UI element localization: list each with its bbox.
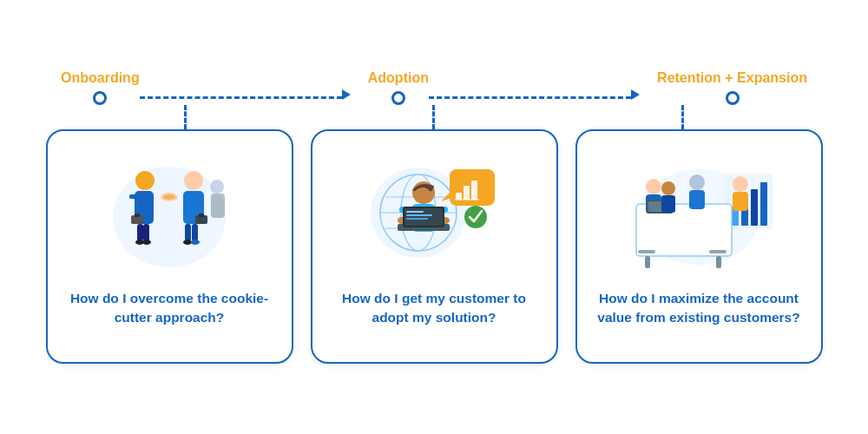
- stage-onboarding-label: Onboarding: [61, 70, 140, 86]
- card-retention-text: How do I maximize the account value from…: [593, 289, 806, 328]
- card-retention: How do I maximize the account value from…: [575, 129, 823, 364]
- stage-onboarding: Onboarding: [61, 70, 140, 105]
- svg-rect-14: [199, 214, 204, 217]
- svg-rect-15: [185, 224, 191, 241]
- svg-point-21: [210, 180, 224, 194]
- svg-rect-3: [129, 194, 138, 199]
- stage-adoption: Adoption: [368, 70, 429, 105]
- svg-rect-55: [645, 256, 650, 268]
- svg-rect-39: [406, 214, 432, 216]
- connector-3: [681, 105, 684, 129]
- svg-rect-53: [760, 182, 767, 226]
- svg-point-10: [184, 171, 203, 190]
- svg-point-47: [464, 206, 487, 228]
- svg-rect-68: [709, 250, 727, 253]
- svg-rect-45: [471, 181, 477, 200]
- svg-rect-52: [751, 189, 758, 226]
- svg-point-57: [646, 179, 661, 194]
- stage-adoption-label: Adoption: [368, 70, 429, 86]
- svg-rect-12: [194, 194, 204, 199]
- arrow-2: [631, 89, 640, 100]
- svg-point-63: [733, 176, 748, 192]
- svg-point-61: [689, 174, 705, 190]
- illustration-retention: [612, 147, 786, 277]
- svg-point-18: [191, 240, 200, 245]
- svg-rect-56: [716, 256, 721, 268]
- svg-point-65: [661, 181, 675, 195]
- arrow-1: [342, 89, 351, 100]
- card-adoption-text: How do I get my customer to adopt my sol…: [328, 289, 541, 328]
- svg-point-0: [113, 167, 226, 267]
- svg-rect-16: [192, 224, 198, 241]
- timeline-line-2: [429, 96, 631, 99]
- svg-rect-7: [143, 224, 149, 241]
- timeline-dot-adoption: [391, 91, 405, 105]
- svg-rect-62: [689, 190, 705, 209]
- svg-rect-66: [661, 195, 675, 213]
- timeline-line-1: [140, 96, 342, 99]
- stage-retention-label: Retention + Expansion: [657, 70, 807, 86]
- svg-point-1: [135, 171, 155, 190]
- main-container: Onboarding Adoption Retention + Expansio…: [17, 70, 851, 364]
- timeline-row: Onboarding Adoption Retention + Expansio…: [61, 70, 807, 105]
- svg-rect-67: [638, 250, 655, 253]
- timeline-dot-retention: [726, 91, 740, 105]
- connector-2: [432, 105, 435, 129]
- stage-retention: Retention + Expansion: [657, 70, 807, 105]
- svg-rect-44: [464, 186, 470, 200]
- connector-1: [184, 105, 187, 129]
- svg-rect-38: [406, 211, 424, 213]
- card-adoption: How do I get my customer to adopt my sol…: [311, 129, 558, 364]
- connector-area: [61, 105, 807, 129]
- svg-rect-64: [733, 192, 748, 211]
- card-onboarding-text: How do I overcome the cookie-cutter appr…: [63, 289, 276, 328]
- cards-row: How do I overcome the cookie-cutter appr…: [26, 129, 842, 364]
- svg-point-17: [183, 240, 192, 245]
- svg-rect-6: [137, 224, 143, 241]
- svg-rect-5: [135, 214, 140, 217]
- illustration-onboarding: [82, 147, 256, 277]
- svg-rect-40: [406, 218, 428, 220]
- illustration-adoption: [347, 147, 521, 277]
- svg-rect-43: [456, 193, 462, 200]
- card-onboarding: How do I overcome the cookie-cutter appr…: [46, 129, 293, 364]
- svg-point-20: [163, 194, 175, 200]
- svg-rect-22: [211, 194, 225, 218]
- timeline-dot-onboarding: [93, 91, 107, 105]
- svg-point-9: [142, 240, 151, 245]
